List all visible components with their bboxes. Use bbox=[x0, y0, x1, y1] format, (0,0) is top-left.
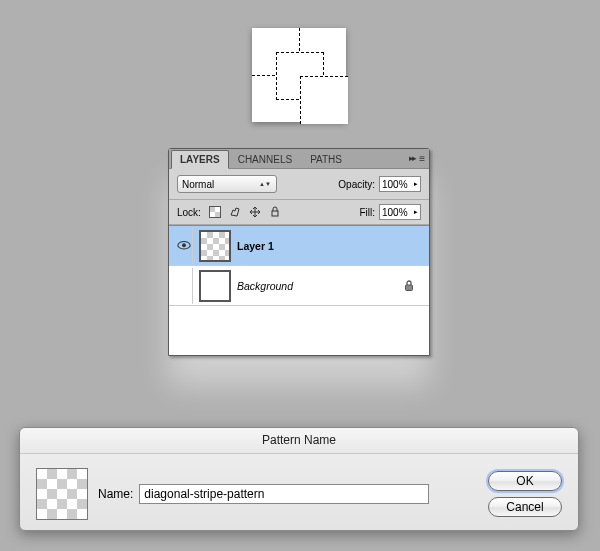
layer-row[interactable]: Layer 1 bbox=[169, 226, 429, 266]
opacity-value: 100% bbox=[382, 179, 408, 190]
panel-options-row: Normal ▲▼ Opacity: 100% ▸ bbox=[169, 169, 429, 200]
layer-list: Layer 1 Background bbox=[169, 225, 429, 355]
opacity-field[interactable]: 100% ▸ bbox=[379, 176, 421, 192]
fill-label: Fill: bbox=[359, 207, 375, 218]
svg-point-7 bbox=[182, 244, 186, 248]
visibility-toggle[interactable] bbox=[175, 268, 193, 304]
pattern-thumbnail bbox=[36, 468, 88, 520]
lock-icon bbox=[403, 280, 415, 292]
svg-rect-8 bbox=[406, 285, 413, 291]
lock-pixels-icon[interactable] bbox=[227, 204, 243, 220]
pattern-name-input[interactable] bbox=[139, 484, 429, 504]
blend-mode-value: Normal bbox=[182, 179, 214, 190]
name-label: Name: bbox=[98, 487, 133, 501]
fill-value: 100% bbox=[382, 207, 408, 218]
lock-row: Lock: Fill: 100% ▸ bbox=[169, 200, 429, 225]
lock-transparency-icon[interactable] bbox=[207, 204, 223, 220]
tab-layers[interactable]: LAYERS bbox=[171, 150, 229, 169]
lock-label: Lock: bbox=[177, 207, 201, 218]
eye-icon bbox=[177, 240, 191, 251]
tab-channels[interactable]: CHANNELS bbox=[229, 150, 301, 168]
canvas-preview bbox=[252, 28, 346, 122]
collapse-icon[interactable]: ▸▸ bbox=[409, 153, 415, 164]
pattern-name-dialog: Pattern Name Name: OK Cancel bbox=[19, 427, 579, 531]
panel-tabs: LAYERS CHANNELS PATHS ▸▸ ≡ bbox=[169, 149, 429, 169]
blend-mode-select[interactable]: Normal ▲▼ bbox=[177, 175, 277, 193]
layer-thumbnail[interactable] bbox=[199, 230, 231, 262]
selection-marquee bbox=[300, 76, 348, 124]
fill-field[interactable]: 100% ▸ bbox=[379, 204, 421, 220]
layer-name: Background bbox=[237, 280, 293, 292]
svg-rect-5 bbox=[272, 211, 278, 216]
layer-row[interactable]: Background bbox=[169, 266, 429, 306]
tab-paths[interactable]: PATHS bbox=[301, 150, 351, 168]
lock-position-icon[interactable] bbox=[247, 204, 263, 220]
layer-name: Layer 1 bbox=[237, 240, 274, 252]
chevron-right-icon: ▸ bbox=[414, 208, 418, 216]
layers-panel: LAYERS CHANNELS PATHS ▸▸ ≡ Normal ▲▼ Opa… bbox=[168, 148, 430, 356]
chevron-right-icon: ▸ bbox=[414, 180, 418, 188]
layer-thumbnail[interactable] bbox=[199, 270, 231, 302]
opacity-label: Opacity: bbox=[338, 179, 375, 190]
ok-button[interactable]: OK bbox=[488, 471, 562, 491]
dialog-title: Pattern Name bbox=[20, 428, 578, 454]
visibility-toggle[interactable] bbox=[175, 228, 193, 264]
lock-all-icon[interactable] bbox=[267, 204, 283, 220]
stepper-icon: ▲▼ bbox=[258, 182, 272, 187]
panel-menu-icon[interactable]: ≡ bbox=[419, 153, 425, 164]
cancel-button[interactable]: Cancel bbox=[488, 497, 562, 517]
